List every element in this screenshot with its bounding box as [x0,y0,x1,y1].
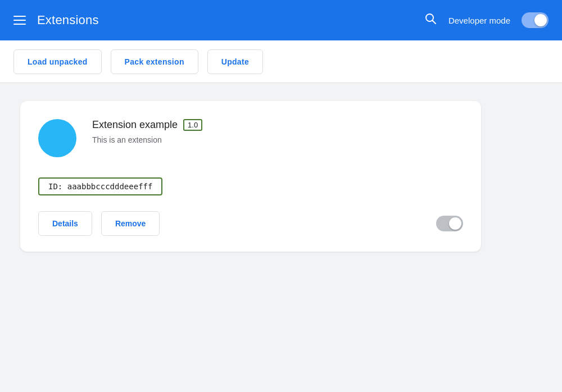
id-section: ID: aaabbbcccdddeeefff [38,177,463,195]
extension-description: This is an extension [92,135,463,144]
developer-mode-toggle[interactable] [522,12,549,28]
header-left: Extensions [13,13,99,28]
main-content: Extension example 1.0 This is an extensi… [0,83,562,270]
update-button[interactable]: Update [207,49,263,74]
extension-name-row: Extension example 1.0 [92,119,463,131]
extension-enable-toggle[interactable] [436,216,463,231]
svg-line-1 [432,21,436,24]
toggle-thumb [534,14,547,26]
pack-extension-button[interactable]: Pack extension [111,49,198,74]
extension-info: Extension example 1.0 This is an extensi… [92,119,463,144]
card-top: Extension example 1.0 This is an extensi… [38,119,463,157]
search-icon[interactable] [424,12,437,29]
version-badge: 1.0 [183,119,202,131]
extension-card: Extension example 1.0 This is an extensi… [20,101,481,252]
card-toggle-track [436,216,463,231]
toggle-track [522,12,549,28]
page-title: Extensions [37,13,99,28]
developer-mode-label: Developer mode [448,16,510,25]
header: Extensions Developer mode [0,0,562,40]
card-actions: Details Remove [38,211,160,236]
card-toggle-thumb [449,217,461,230]
header-right: Developer mode [424,12,549,29]
remove-button[interactable]: Remove [101,211,160,236]
details-button[interactable]: Details [38,211,92,236]
load-unpacked-button[interactable]: Load unpacked [13,49,102,74]
hamburger-icon[interactable] [13,16,26,25]
extension-icon [38,119,76,157]
toolbar: Load unpacked Pack extension Update [0,40,562,83]
card-bottom: Details Remove [38,211,463,236]
extension-id: ID: aaabbbcccdddeeefff [38,177,162,195]
extension-name: Extension example [92,119,178,131]
